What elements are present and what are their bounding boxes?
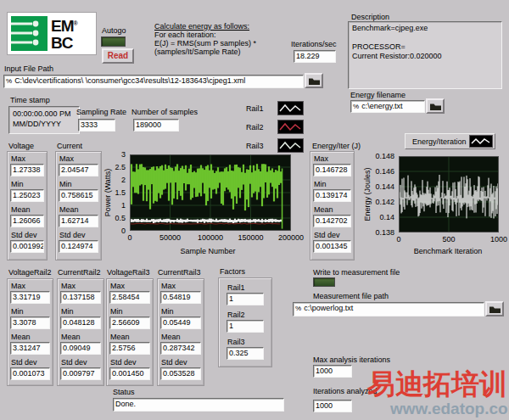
folder-icon bbox=[489, 305, 501, 314]
current-rail2-title: CurrentRail2 bbox=[58, 268, 101, 277]
energy-mean-value: 0.142702 bbox=[313, 215, 351, 227]
input-file-path-field[interactable]: %C:\dev\certifications\ \consumer\gcc34\… bbox=[3, 75, 304, 88]
max-iterations-label: Max analysis iterations bbox=[313, 356, 390, 364]
std-dev-label: Std dev bbox=[60, 358, 101, 367]
energy-min-value: 0.139174 bbox=[313, 189, 351, 202]
y-tick-label: 0.142 bbox=[368, 198, 394, 206]
legend-rail2-label[interactable]: Rail2 bbox=[246, 123, 264, 132]
x-tick-label: 0 bbox=[109, 233, 151, 242]
voltage-rail3-group: Max 2.58454 Min 2.56609 Mean 2.5756 Std … bbox=[106, 278, 154, 386]
watermark-cn-text: 易迪拓培训 bbox=[367, 370, 507, 399]
max-iterations-field[interactable]: 1000 bbox=[313, 365, 352, 378]
current-rail3-mean: 0.287342 bbox=[160, 342, 201, 355]
num-samples-field[interactable]: 189000 bbox=[133, 119, 179, 132]
autogo-led[interactable] bbox=[101, 36, 126, 47]
voltage-rail2-title: VoltageRail2 bbox=[8, 268, 52, 277]
description-line-3: PROCESSOR= bbox=[352, 42, 498, 52]
std-dev-label: Std dev bbox=[10, 358, 50, 367]
current-rail3-title: CurrentRail3 bbox=[158, 268, 201, 277]
current-rail2-max: 0.137158 bbox=[60, 291, 101, 304]
instructions-line-2: For each iteration: bbox=[154, 31, 256, 39]
energy-max-value: 0.146728 bbox=[313, 164, 351, 176]
voltage-stats-group: Max 1.27338 Min 1.25023 Mean 1.26066 Std… bbox=[7, 151, 48, 260]
description-line-1: Benchmark=cjpeg.exe bbox=[352, 24, 498, 33]
min-label: Min bbox=[59, 180, 98, 189]
factor-rail3-field[interactable]: 0.325 bbox=[227, 347, 264, 360]
energy-instructions: Calculate energy as follows: For each it… bbox=[154, 22, 256, 56]
measurement-path-browse-button[interactable] bbox=[485, 301, 504, 316]
mean-label: Mean bbox=[313, 205, 351, 215]
legend-rail2-waveform-icon[interactable] bbox=[277, 120, 304, 134]
description-line-4: Current Resistor:0.020000 bbox=[352, 52, 498, 61]
num-samples-label: Number of samples bbox=[131, 108, 198, 116]
factor-rail1-label: Rail1 bbox=[227, 283, 271, 293]
timestamp-time: 00:00:00.000 PM bbox=[13, 109, 76, 119]
instructions-line-4: (samples/It/Sample Rate) bbox=[154, 48, 256, 56]
read-button[interactable]: Read bbox=[102, 48, 134, 64]
description-line-2 bbox=[352, 33, 498, 42]
iterations-per-sec-label: Iterations/sec bbox=[291, 40, 337, 48]
energy-filename-label: Energy filename bbox=[350, 91, 406, 99]
factors-title: Factors bbox=[220, 267, 245, 276]
x-tick-label: 50000 bbox=[149, 233, 192, 242]
energy-chart[interactable] bbox=[399, 156, 499, 232]
power-chart[interactable] bbox=[130, 154, 291, 231]
std-dev-label: Std dev bbox=[313, 231, 351, 240]
std-dev-label: Std dev bbox=[109, 358, 150, 367]
embc-logo-lines-icon bbox=[11, 16, 48, 51]
y-tick-label: 1 bbox=[97, 201, 126, 210]
timestamp-box: 00:00:00.000 PM MM/DD/YYYY bbox=[8, 106, 80, 134]
iterations-analyzed-field: 1000 bbox=[313, 400, 352, 412]
min-label: Min bbox=[109, 307, 150, 316]
autogo-label: Autogo bbox=[102, 26, 126, 35]
legend-rail1-label[interactable]: Rail1 bbox=[246, 104, 264, 113]
power-chart-xlabel: Sample Number bbox=[161, 247, 255, 255]
description-label: Description bbox=[351, 13, 389, 21]
energy-filename-browse-button[interactable] bbox=[426, 98, 445, 114]
y-tick-label: 0.14 bbox=[368, 213, 394, 221]
std-dev-label: Std dev bbox=[160, 358, 201, 367]
measurement-path-field[interactable]: %c:\powerlog.txt bbox=[293, 302, 484, 316]
max-label: Max bbox=[10, 282, 50, 291]
input-file-browse-button[interactable] bbox=[305, 73, 323, 88]
path-glyph: % bbox=[353, 101, 359, 112]
legend-rail1-waveform-icon[interactable] bbox=[277, 101, 304, 115]
embc-logo-text: EM® BC bbox=[51, 15, 77, 52]
path-glyph: % bbox=[295, 303, 301, 314]
iterations-per-sec-field: 18.229 bbox=[294, 50, 336, 63]
y-tick-label: 0.146 bbox=[368, 167, 394, 176]
voltage-min-value: 1.25023 bbox=[10, 189, 44, 202]
current-stats-group: Max 2.04547 Min 0.758615 Mean 1.62714 St… bbox=[55, 151, 102, 260]
current-rail3-max: 0.54819 bbox=[160, 291, 201, 304]
x-tick-label: 0 bbox=[378, 235, 420, 244]
voltage-max-value: 1.27338 bbox=[10, 164, 44, 176]
current-max-value: 2.04547 bbox=[59, 164, 98, 176]
energy-legend-waveform-icon bbox=[469, 135, 493, 148]
write-to-file-led[interactable] bbox=[313, 277, 335, 287]
min-label: Min bbox=[10, 307, 50, 316]
input-file-path-value: C:\dev\certifications\ \consumer\gcc34\r… bbox=[14, 76, 245, 85]
factors-group: Rail1 1 Rail2 1 Rail3 0.325 bbox=[218, 277, 272, 367]
sampling-rate-field[interactable]: 3333 bbox=[78, 119, 115, 132]
x-tick-label: 150000 bbox=[230, 233, 272, 242]
legend-rail3-label[interactable]: Rail3 bbox=[246, 142, 264, 150]
current-std-value: 0.124974 bbox=[59, 240, 98, 253]
current-rail3-std: 0.053528 bbox=[160, 367, 201, 380]
max-label: Max bbox=[10, 154, 44, 164]
factor-rail2-field[interactable]: 1 bbox=[227, 320, 264, 333]
min-label: Min bbox=[313, 180, 351, 189]
energy-chart-legend-label: Energy/Iteration bbox=[412, 137, 467, 146]
energy-chart-legend[interactable]: Energy/Iteration bbox=[405, 133, 495, 149]
legend-rail3-waveform-icon[interactable] bbox=[277, 138, 304, 153]
logo-bc: BC bbox=[51, 34, 72, 52]
input-file-path-label: Input File Path bbox=[4, 64, 53, 73]
voltage-rail2-std: 0.001073 bbox=[10, 367, 50, 380]
energy-stats-title: Energy/Iter (J) bbox=[312, 142, 361, 150]
energy-filename-field[interactable]: %c:\energy.txt bbox=[350, 100, 425, 113]
energy-chart-xlabel: Benchmark Iteration bbox=[401, 247, 495, 255]
folder-icon bbox=[308, 76, 321, 86]
measurement-path-label: Measurement file path bbox=[313, 292, 389, 300]
voltage-stats-title: Voltage bbox=[8, 142, 34, 150]
factor-rail1-field[interactable]: 1 bbox=[227, 293, 264, 305]
instructions-line-1: Calculate energy as follows: bbox=[154, 22, 256, 31]
